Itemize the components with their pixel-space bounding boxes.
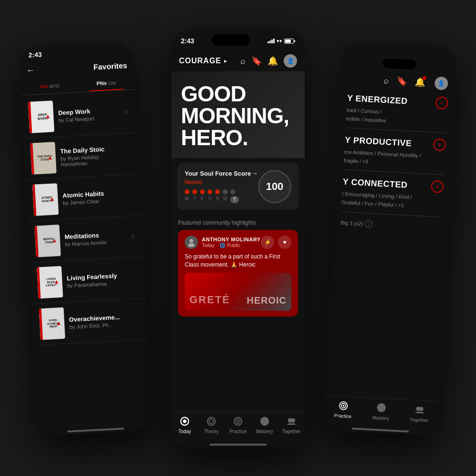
right-nav-practice[interactable]: Practice [324, 398, 363, 419]
section-connected-values: t Encouraging / Loving / Kind /Grateful … [341, 190, 443, 212]
section-connected-toggle[interactable]: ∨ [431, 180, 444, 193]
community-image-label-heroic: HEROIC [247, 295, 287, 306]
dropdown-arrow-icon[interactable]: ▸ [224, 58, 227, 64]
days-row: W T F S S M T [185, 196, 258, 203]
lightning-icon[interactable]: ⚡ [261, 236, 274, 249]
community-user-row: ANTHONY MOLINARY Today · 🌐 Public [185, 236, 261, 249]
nav-together[interactable]: Together [278, 415, 305, 434]
book-cover-deep-work: DEEPWORK ▲ [28, 100, 54, 133]
book-star-deep-work[interactable]: ☆ [123, 109, 130, 117]
left-home-indicator [67, 427, 124, 432]
nav-mastery-label: Mastery [256, 429, 273, 434]
nav-mastery[interactable]: Mastery [251, 415, 278, 434]
dot-4 [208, 189, 212, 194]
svg-point-1 [188, 243, 195, 247]
day-f: F [200, 196, 205, 203]
nav-today[interactable]: Today [171, 415, 198, 434]
nav-practice[interactable]: Practice [225, 415, 251, 434]
book-item-deep-work[interactable]: DEEPWORK ▲ Deep Work by Cal Newport ☆ [21, 91, 137, 139]
svg-point-17 [419, 407, 423, 411]
section-energized-toggle[interactable]: ✓ [435, 97, 448, 109]
big3-section: Big 3 (x2) i [334, 214, 448, 237]
left-nav-title: Favorites [93, 61, 128, 71]
day-t-active: T [230, 196, 239, 203]
soul-score-left: Your Soul Force Score → Heroic [185, 169, 258, 203]
soul-score-card[interactable]: Your Soul Force Score → Heroic [177, 163, 299, 210]
book-list: DEEPWORK ▲ Deep Work by Cal Newport ☆ TH… [21, 89, 152, 428]
community-card[interactable]: ANTHONY MOLINARY Today · 🌐 Public ⚡ ♥ [178, 230, 298, 317]
right-bell-wrapper: 🔔 [415, 77, 426, 88]
svg-point-3 [183, 419, 186, 423]
right-user-avatar[interactable]: 👤 [434, 76, 448, 90]
svg-point-5 [209, 419, 213, 423]
section-productive: Y PRODUCTIVE ∨ rce Ambition / Personal H… [343, 134, 446, 175]
center-home-indicator [209, 444, 267, 446]
center-dynamic-island [212, 34, 250, 46]
big3-info-icon[interactable]: i [365, 220, 373, 228]
nav-practice-label: Practice [229, 429, 247, 434]
book-item-overachievement[interactable]: OVER-ACHIEVEMENT ▲ Overachieveme... by J… [32, 298, 148, 346]
book-cover-overachievement: OVER-ACHIEVEMENT ▲ [39, 307, 65, 340]
left-phone: 2:43 ← Favorites +1s (672) PNs (14) DEEP… [19, 40, 153, 436]
dot-5 [215, 189, 220, 194]
book-cover-atomic-habits: ATOMICHABITS ▲ [32, 183, 59, 216]
heart-icon[interactable]: ♥ [278, 236, 291, 249]
book-item-living-fearlessly[interactable]: LIVINGFEAR-LESSLY ▲ Living Fearlessly by… [30, 257, 146, 304]
soul-score-content: Your Soul Force Score → Heroic [185, 169, 291, 203]
right-search-icon[interactable]: ⌕ [384, 75, 389, 86]
section-energized-content: ined / Curious /exible / Inquisitve [346, 106, 448, 128]
tab-plus1s[interactable]: +1s (672) [20, 77, 78, 95]
hero-section: GOODMORNING,HERO. [171, 71, 305, 158]
svg-point-4 [208, 417, 216, 426]
right-bookmark-icon[interactable]: 🔖 [397, 76, 407, 87]
right-nav-mastery[interactable]: Mastery [362, 400, 401, 421]
day-w: W [185, 196, 189, 203]
day-t1: T [192, 196, 197, 203]
big3-row: Big 3 (x2) i [340, 218, 442, 231]
soul-score-header: Your Soul Force Score → [185, 169, 258, 177]
community-title: Featured community highlights [178, 219, 298, 226]
notification-dot [422, 76, 426, 80]
nav-together-label: Together [282, 429, 301, 434]
globe-icon: 🌐 [219, 243, 225, 248]
center-status-icons: ▾▾ [268, 38, 295, 44]
book-info-daily-stoic: The Daily Stoic by Ryan Holiday,Hanselma… [60, 144, 132, 167]
book-info-meditations: Meditations by Marcus Aurelio [64, 230, 125, 247]
nav-theory-label: Theory [204, 429, 218, 434]
nav-theory[interactable]: Theory [198, 415, 225, 434]
book-item-meditations[interactable]: MEDITA-TIONS ▲ Meditations by Marcus Aur… [28, 216, 144, 263]
dot-2 [192, 189, 197, 194]
user-avatar[interactable]: 👤 [284, 54, 297, 68]
bookmark-icon[interactable]: 🔖 [251, 56, 262, 66]
right-bottom-nav: Practice Mastery Together [324, 395, 439, 428]
dot-7 [230, 189, 235, 194]
dot-3 [200, 189, 205, 194]
community-username: ANTHONY MOLINARY [202, 237, 261, 242]
book-star-meditations[interactable]: ☆ [130, 232, 137, 240]
hero-greeting: GOODMORNING,HERO. [181, 83, 295, 149]
book-item-atomic-habits[interactable]: ATOMICHABITS ▲ Atomic Habits by James Cl… [25, 174, 141, 221]
community-actions: ⚡ ♥ [261, 236, 291, 249]
theory-icon [205, 415, 218, 427]
right-home-indicator [352, 427, 409, 432]
book-cover-meditations: MEDITA-TIONS ▲ [35, 225, 61, 258]
soul-score-arrow-icon: → [251, 169, 258, 177]
bell-icon[interactable]: 🔔 [268, 56, 278, 66]
community-visibility: Public [227, 243, 240, 248]
tab-pns-label: PNs [96, 80, 107, 86]
section-productive-toggle[interactable]: ∨ [433, 139, 446, 151]
right-phone: 2:43 ⌕ 🔖 🔔 👤 Y ENERGIZED ✓ ined / Curiou… [323, 40, 458, 436]
left-status-time: 2:43 [28, 50, 42, 59]
section-productive-title: Y PRODUCTIVE [345, 135, 412, 148]
book-item-daily-stoic[interactable]: THE DAILYSTOIC ▲ The Daily Stoic by Ryan… [23, 133, 139, 180]
section-connected: Y CONNECTED ∨ t Encouraging / Loving / K… [341, 176, 444, 217]
bell-wrapper: 🔔 [268, 56, 278, 66]
together-icon [285, 415, 298, 427]
search-icon[interactable]: ⌕ [240, 56, 246, 66]
right-nav-together[interactable]: Together [400, 403, 439, 424]
section-energized-values: ined / Curious /exible / Inquisitve [346, 106, 448, 128]
book-cover-daily-stoic: THE DAILYSTOIC ▲ [30, 142, 56, 175]
back-arrow-icon[interactable]: ← [26, 65, 35, 76]
courage-label: COURAGE [179, 57, 221, 65]
tab-pns[interactable]: PNs (14) [77, 74, 135, 92]
